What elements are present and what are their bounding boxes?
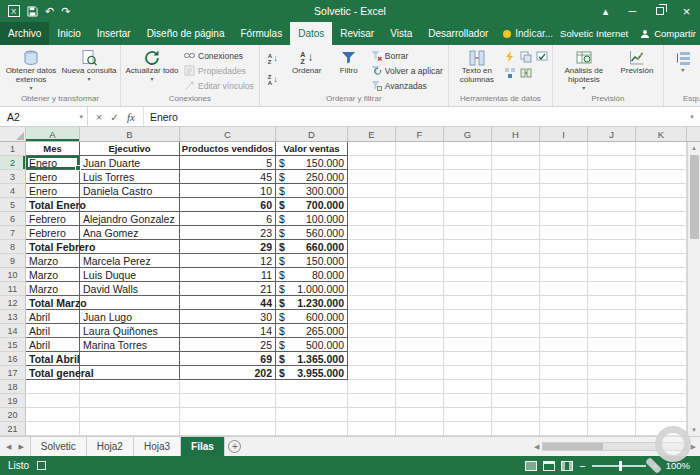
vertical-scroll-track[interactable]: [688, 154, 700, 424]
cell-C13[interactable]: 30: [180, 310, 276, 324]
cell-C8[interactable]: 29: [180, 240, 276, 254]
cell-E2[interactable]: [348, 156, 396, 170]
cell-J15[interactable]: [588, 338, 636, 352]
cell-G1[interactable]: [444, 142, 492, 156]
ribbon-tab-datos[interactable]: Datos: [290, 22, 332, 45]
cell-F1[interactable]: [396, 142, 444, 156]
row-header-5[interactable]: 5: [0, 198, 26, 212]
cell-J21[interactable]: [588, 422, 636, 436]
account-name[interactable]: Solvetic Internet: [560, 28, 628, 39]
cell-I12[interactable]: [540, 296, 588, 310]
cell-E16[interactable]: [348, 352, 396, 366]
cell-B17[interactable]: [80, 366, 180, 380]
cell-D2[interactable]: $150.000: [276, 156, 348, 170]
cell-J7[interactable]: [588, 226, 636, 240]
cell-H4[interactable]: [492, 184, 540, 198]
cell-G2[interactable]: [444, 156, 492, 170]
cell-G15[interactable]: [444, 338, 492, 352]
cell-E20[interactable]: [348, 408, 396, 422]
cell-G11[interactable]: [444, 282, 492, 296]
cell-E6[interactable]: [348, 212, 396, 226]
cell-J5[interactable]: [588, 198, 636, 212]
cell-H2[interactable]: [492, 156, 540, 170]
cell-H16[interactable]: [492, 352, 540, 366]
formula-bar-expand-icon[interactable]: ▾: [684, 107, 700, 126]
ribbon-tab-inicio[interactable]: Inicio: [49, 22, 88, 45]
cell-I4[interactable]: [540, 184, 588, 198]
ribbon-tab-vista[interactable]: Vista: [382, 22, 420, 45]
cell-F18[interactable]: [396, 380, 444, 394]
cell-H3[interactable]: [492, 170, 540, 184]
sheet-tab-filas[interactable]: Filas: [181, 437, 225, 456]
cell-A11[interactable]: Marzo: [26, 282, 80, 296]
cell-J11[interactable]: [588, 282, 636, 296]
cell-J13[interactable]: [588, 310, 636, 324]
horizontal-scroll-track[interactable]: [542, 442, 687, 451]
ribbon-display-options-icon[interactable]: ▴: [592, 0, 619, 22]
sort-za-button[interactable]: ZA↓: [263, 70, 283, 89]
new-sheet-button[interactable]: +: [225, 437, 245, 456]
column-header-C[interactable]: C: [180, 127, 276, 141]
cell-K10[interactable]: [636, 268, 687, 282]
cell-H15[interactable]: [492, 338, 540, 352]
scroll-down-icon[interactable]: ▼: [691, 424, 697, 436]
page-break-view-icon[interactable]: [561, 461, 573, 471]
sheet-tab-solvetic[interactable]: Solvetic: [30, 437, 87, 456]
cell-F4[interactable]: [396, 184, 444, 198]
cell-B19[interactable]: [80, 394, 180, 408]
cell-B11[interactable]: David Walls: [80, 282, 180, 296]
cell-K15[interactable]: [636, 338, 687, 352]
ordenar-button[interactable]: AZ↓ Ordenar: [284, 46, 330, 76]
column-header-E[interactable]: E: [348, 127, 396, 141]
cell-E7[interactable]: [348, 226, 396, 240]
consolidate-icon[interactable]: [503, 65, 518, 80]
cell-F6[interactable]: [396, 212, 444, 226]
cell-F16[interactable]: [396, 352, 444, 366]
cell-E9[interactable]: [348, 254, 396, 268]
cell-H19[interactable]: [492, 394, 540, 408]
cell-C3[interactable]: 45: [180, 170, 276, 184]
cell-G16[interactable]: [444, 352, 492, 366]
cell-E19[interactable]: [348, 394, 396, 408]
cell-J2[interactable]: [588, 156, 636, 170]
cell-K5[interactable]: [636, 198, 687, 212]
column-header-F[interactable]: F: [396, 127, 444, 141]
cell-B3[interactable]: Luis Torres: [80, 170, 180, 184]
cell-I19[interactable]: [540, 394, 588, 408]
cell-D3[interactable]: $250.000: [276, 170, 348, 184]
cell-F3[interactable]: [396, 170, 444, 184]
cell-J8[interactable]: [588, 240, 636, 254]
cell-I2[interactable]: [540, 156, 588, 170]
zoom-slider-thumb[interactable]: [619, 461, 622, 471]
cell-E13[interactable]: [348, 310, 396, 324]
cell-J14[interactable]: [588, 324, 636, 338]
remove-duplicates-icon[interactable]: [519, 49, 534, 64]
cell-G5[interactable]: [444, 198, 492, 212]
cell-E21[interactable]: [348, 422, 396, 436]
sheet-tab-hoja3[interactable]: Hoja3: [134, 437, 181, 456]
cell-D15[interactable]: $500.000: [276, 338, 348, 352]
cell-C12[interactable]: 44: [180, 296, 276, 310]
row-header-4[interactable]: 4: [0, 184, 26, 198]
cell-I16[interactable]: [540, 352, 588, 366]
cell-I9[interactable]: [540, 254, 588, 268]
cell-K21[interactable]: [636, 422, 687, 436]
cell-I17[interactable]: [540, 366, 588, 380]
cell-D4[interactable]: $300.000: [276, 184, 348, 198]
analisis-de-hipotesis-button[interactable]: Análisis de hipótesis ▾: [555, 46, 613, 91]
cell-G13[interactable]: [444, 310, 492, 324]
cell-I1[interactable]: [540, 142, 588, 156]
cell-D12[interactable]: $1.230.000: [276, 296, 348, 310]
cell-E14[interactable]: [348, 324, 396, 338]
row-header-9[interactable]: 9: [0, 254, 26, 268]
cell-B20[interactable]: [80, 408, 180, 422]
close-button[interactable]: ×: [673, 0, 700, 22]
cell-D11[interactable]: $1.000.000: [276, 282, 348, 296]
cell-G4[interactable]: [444, 184, 492, 198]
cell-C1[interactable]: Productos vendidos: [180, 142, 276, 156]
row-header-7[interactable]: 7: [0, 226, 26, 240]
cell-K11[interactable]: [636, 282, 687, 296]
column-header-I[interactable]: I: [540, 127, 588, 141]
column-header-K[interactable]: K: [636, 127, 687, 141]
cell-I7[interactable]: [540, 226, 588, 240]
